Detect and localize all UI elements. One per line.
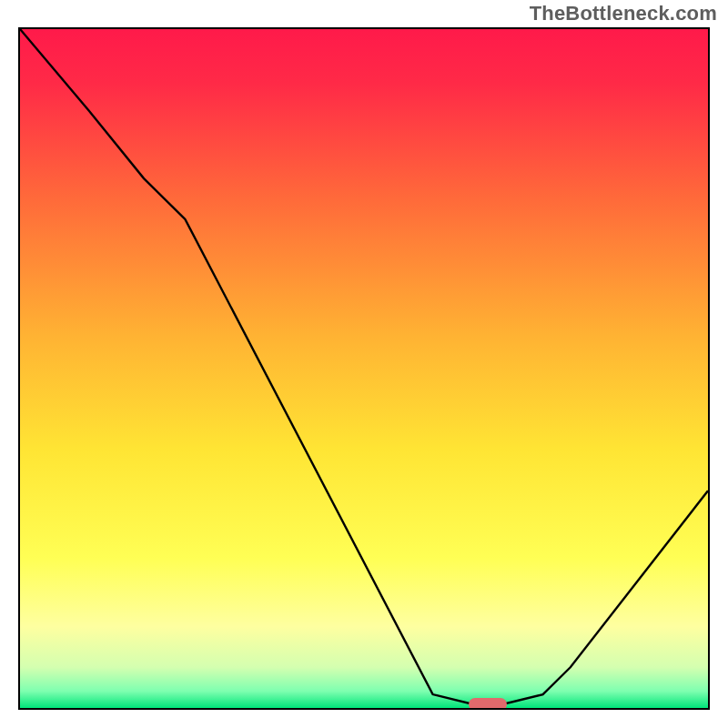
- bottleneck-curve: [20, 29, 708, 708]
- optimal-marker: [469, 698, 507, 710]
- chart-frame: [18, 27, 710, 710]
- watermark-text: TheBottleneck.com: [530, 2, 717, 25]
